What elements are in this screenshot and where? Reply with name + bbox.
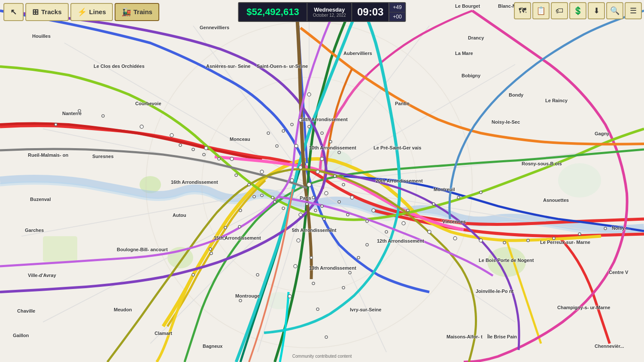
svg-point-85 — [480, 191, 482, 194]
svg-point-34 — [350, 196, 354, 199]
svg-point-102 — [325, 336, 328, 338]
trains-button[interactable]: 🚂 Trains — [115, 3, 159, 21]
svg-point-33 — [295, 144, 298, 148]
svg-rect-5 — [43, 236, 77, 262]
svg-point-80 — [78, 110, 81, 112]
speed-offset-label: +00 — [393, 14, 401, 20]
time-display: 09:03 — [351, 2, 389, 22]
svg-point-73 — [179, 144, 182, 146]
tracks-button[interactable]: ⊞ Tracks — [25, 3, 69, 21]
svg-point-57 — [346, 213, 349, 216]
speed-down-button[interactable]: +00 — [389, 12, 405, 21]
map-view-button[interactable]: 🗺 — [514, 2, 531, 19]
pointer-button[interactable]: ↖ — [3, 3, 24, 21]
map-container[interactable]: Le BourgetBlanc-Mesn...DrancyLa MareBobi… — [0, 0, 644, 362]
attribution-text: Community contributed content — [292, 354, 352, 359]
trains-label: Trains — [134, 8, 152, 15]
map-view-icon: 🗺 — [519, 6, 526, 15]
svg-point-46 — [297, 239, 300, 242]
svg-point-94 — [503, 241, 506, 244]
svg-point-101 — [316, 308, 319, 310]
svg-point-26 — [299, 166, 302, 169]
svg-point-107 — [349, 271, 351, 274]
svg-point-108 — [342, 286, 345, 289]
finance-icon: 💲 — [573, 6, 583, 15]
svg-point-27 — [316, 170, 319, 173]
svg-point-103 — [256, 274, 259, 276]
list-button[interactable]: 📋 — [532, 2, 550, 19]
svg-point-28 — [325, 192, 328, 195]
svg-point-79 — [102, 115, 104, 117]
svg-point-37 — [428, 230, 431, 234]
lines-button[interactable]: ⚡ Lines — [70, 3, 113, 21]
download-icon: ⬇ — [593, 6, 600, 15]
svg-point-87 — [209, 248, 212, 250]
list-icon: 📋 — [536, 6, 546, 15]
menu-button[interactable]: ☰ — [625, 2, 642, 19]
trains-icon: 🚂 — [122, 7, 131, 17]
svg-point-59 — [385, 231, 388, 233]
pointer-icon: ↖ — [10, 7, 17, 17]
svg-point-6 — [487, 247, 526, 277]
svg-point-95 — [527, 239, 529, 242]
svg-point-61 — [312, 196, 315, 199]
svg-point-97 — [578, 233, 581, 235]
datetime-display: Wednesday October 12, 2022 — [307, 2, 351, 22]
svg-point-45 — [299, 213, 302, 216]
day-label: Wednesday — [314, 6, 345, 13]
speed-up-button[interactable]: +49 — [389, 3, 405, 12]
date-label: October 12, 2022 — [313, 13, 346, 18]
svg-point-78 — [329, 228, 332, 231]
svg-point-52 — [273, 201, 276, 203]
svg-point-90 — [253, 195, 255, 198]
svg-point-64 — [282, 130, 285, 132]
svg-point-53 — [282, 207, 285, 210]
svg-point-105 — [366, 243, 368, 246]
svg-point-56 — [338, 201, 340, 203]
finance-button[interactable]: 💲 — [569, 2, 586, 19]
svg-point-81 — [55, 123, 57, 126]
tracks-icon: ⊞ — [32, 7, 39, 17]
svg-point-41 — [230, 157, 234, 161]
svg-point-40 — [260, 170, 264, 173]
speed-plus-label: +49 — [393, 4, 401, 10]
lines-label: Lines — [89, 8, 106, 15]
svg-point-63 — [267, 132, 270, 134]
svg-point-99 — [310, 256, 313, 259]
search-button[interactable]: 🔍 — [606, 2, 623, 19]
svg-point-92 — [238, 225, 241, 228]
svg-point-42 — [204, 146, 208, 150]
svg-point-47 — [294, 265, 297, 268]
svg-point-49 — [248, 183, 250, 186]
tracks-label: Tracks — [41, 8, 62, 15]
svg-point-100 — [312, 282, 315, 285]
menu-icon: ☰ — [630, 6, 637, 15]
svg-point-67 — [321, 132, 323, 134]
svg-point-48 — [288, 295, 292, 298]
svg-point-88 — [224, 226, 227, 229]
svg-point-44 — [140, 125, 143, 128]
svg-point-50 — [235, 174, 237, 176]
svg-point-39 — [479, 239, 483, 242]
svg-point-83 — [432, 203, 435, 205]
svg-point-30 — [320, 157, 324, 161]
svg-point-54 — [334, 175, 336, 177]
svg-point-82 — [407, 209, 409, 212]
speed-controls: +49 +00 — [389, 2, 406, 22]
svg-point-89 — [239, 209, 242, 212]
download-button[interactable]: ⬇ — [588, 2, 605, 19]
svg-point-51 — [261, 194, 263, 197]
svg-point-8 — [558, 163, 601, 198]
attribution: Community contributed content — [292, 354, 352, 359]
svg-point-66 — [308, 125, 310, 128]
svg-point-72 — [192, 148, 194, 151]
center-hud: $52,492,613 Wednesday October 12, 2022 0… — [238, 2, 406, 22]
svg-point-68 — [329, 140, 332, 143]
svg-point-65 — [291, 123, 293, 126]
svg-point-62 — [276, 145, 278, 147]
map-svg — [0, 0, 644, 362]
svg-point-76 — [314, 209, 317, 212]
svg-point-86 — [192, 274, 194, 276]
tag-button[interactable]: 🏷 — [551, 2, 568, 19]
toolbar: ↖ ⊞ Tracks ⚡ Lines 🚂 Trains — [0, 0, 163, 24]
